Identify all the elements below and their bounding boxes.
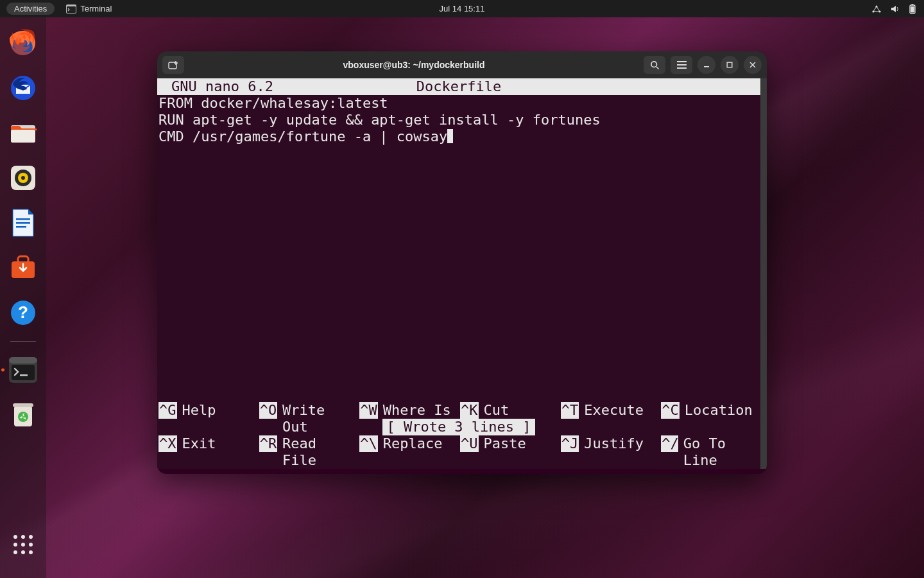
help-icon: ? [9,299,37,327]
dock: ? [0,17,46,578]
svg-rect-41 [677,64,687,66]
software-icon [9,255,37,281]
activities-button[interactable]: Activities [6,3,55,15]
clock[interactable]: Jul 14 15:11 [440,4,485,13]
search-button[interactable] [644,56,665,74]
close-icon [749,61,757,69]
shortcut-justify: ^J Justify [560,435,660,469]
terminal-icon [66,4,76,13]
shortcut-write-out: ^O Write Out [258,402,359,435]
firefox-icon [9,29,37,57]
shortcut-read-file: ^R Read File [258,435,359,469]
window-title: vboxuser@ub3: ~/mydockerbuild [189,60,638,70]
dock-separator [10,341,36,342]
nano-app-label: GNU nano 6.2 [158,78,273,95]
dock-terminal[interactable] [6,353,40,387]
dock-libreoffice-writer[interactable] [6,206,40,240]
dock-thunderbird[interactable] [6,71,40,105]
search-icon [650,60,660,70]
file-line-1: FROM docker/whalesay:latest [158,95,388,111]
writer-icon [10,208,36,238]
svg-point-32 [13,543,17,547]
svg-rect-11 [11,130,35,143]
gnome-top-bar: Activities Terminal Jul 14 15:11 [0,0,924,17]
dock-rhythmbox[interactable] [6,161,40,195]
battery-icon[interactable] [909,4,916,14]
shortcut-location: ^C Location [660,402,760,435]
svg-point-30 [21,535,25,539]
focused-app-label: Terminal [80,4,112,13]
window-titlebar[interactable]: vboxuser@ub3: ~/mydockerbuild [157,51,767,78]
svg-rect-42 [677,67,687,69]
svg-point-36 [21,550,25,554]
shortcut-where-is: ^W Where Is [358,402,459,435]
rhythmbox-icon [9,164,37,192]
show-applications[interactable] [6,528,40,561]
dock-files[interactable] [6,116,40,150]
hamburger-icon [677,61,687,69]
new-tab-icon [168,60,178,69]
files-icon [9,120,37,146]
shortcut-replace: ^\ Replace [358,435,459,469]
nano-header: GNU nano 6.2 Dockerfile [157,78,760,95]
svg-rect-24 [12,365,35,380]
file-line-3: CMD /usr/games/fortune -a | cowsay [158,128,447,144]
apps-grid-icon [12,533,35,556]
svg-point-31 [29,535,33,539]
svg-point-34 [29,543,33,547]
shortcut-paste: ^U Paste [459,435,560,469]
menu-button[interactable] [671,56,692,74]
terminal-app-icon [8,356,38,384]
svg-point-35 [13,550,17,554]
svg-rect-23 [9,357,37,363]
svg-rect-17 [16,222,30,224]
volume-icon[interactable] [891,4,900,13]
minimize-button[interactable] [697,56,715,74]
trash-icon [10,401,36,429]
dock-ubuntu-software[interactable] [6,251,40,285]
svg-rect-40 [677,61,687,62]
dock-firefox[interactable] [6,26,40,60]
thunderbird-icon [9,74,37,102]
nano-shortcut-bar: ^G Help ^O Write Out ^W Where Is ^K Cut … [157,402,760,469]
svg-point-15 [21,176,25,180]
dock-help[interactable]: ? [6,296,40,329]
focused-app-indicator[interactable]: Terminal [66,4,112,13]
svg-point-39 [651,61,656,67]
svg-rect-16 [16,218,30,220]
dock-trash[interactable] [6,398,40,432]
shortcut-exit: ^X Exit [157,435,258,469]
nano-editor-body[interactable]: FROM docker/whalesay:latest RUN apt-get … [157,95,760,145]
svg-rect-43 [704,66,709,67]
svg-point-28 [18,412,28,422]
svg-rect-18 [16,226,26,228]
svg-rect-27 [13,403,33,407]
file-line-2: RUN apt-get -y update && apt-get install… [158,112,601,128]
terminal-scrollbar[interactable] [760,78,767,469]
svg-rect-6 [912,4,914,5]
shortcut-go-to-line: ^/ Go To Line [660,435,760,469]
minimize-icon [703,61,710,69]
terminal-viewport[interactable]: GNU nano 6.2 Dockerfile FROM docker/whal… [157,78,760,469]
svg-point-29 [13,535,17,539]
shortcut-cut: ^K Cut [459,402,560,435]
network-icon[interactable] [871,4,882,13]
shortcut-help: ^G Help [157,402,258,435]
svg-rect-1 [67,6,76,13]
close-button[interactable] [744,56,762,74]
terminal-window: vboxuser@ub3: ~/mydockerbuild [157,51,767,474]
svg-rect-25 [20,374,28,376]
svg-point-33 [21,543,25,547]
maximize-button[interactable] [721,56,739,74]
nano-filename: Dockerfile [416,78,501,95]
new-tab-button[interactable] [162,56,184,74]
svg-text:?: ? [18,302,28,322]
svg-rect-44 [727,62,732,67]
svg-point-37 [29,550,33,554]
shortcut-execute: ^T Execute [560,402,660,435]
maximize-icon [726,61,733,69]
svg-rect-7 [911,6,914,13]
text-cursor [447,129,452,143]
